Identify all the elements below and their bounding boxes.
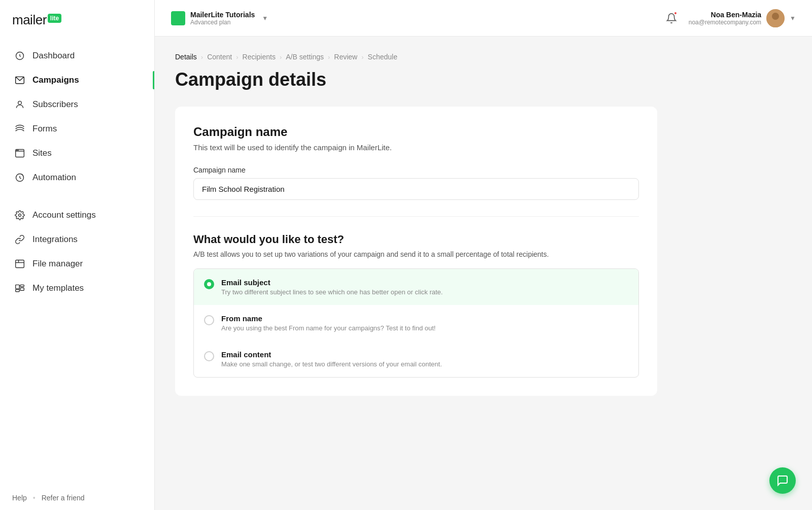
sidebar-item-label: My templates (32, 283, 84, 293)
sidebar-item-integrations[interactable]: Integrations (6, 228, 148, 251)
svg-point-2 (18, 101, 22, 105)
ab-test-options: Email subject Try two different subject … (193, 268, 639, 378)
templates-icon (14, 283, 25, 294)
ab-test-title: What would you like to test? (193, 233, 639, 246)
section-divider (193, 216, 639, 217)
campaign-name-title: Campaign name (193, 125, 639, 139)
ab-option-from-name[interactable]: From name Are you using the best From na… (194, 305, 638, 341)
breadcrumb-sep-5: › (361, 53, 363, 61)
campaign-name-section: Campaign name This text will be used to … (193, 125, 639, 200)
refer-link[interactable]: Refer a friend (42, 494, 85, 502)
forms-icon (14, 123, 25, 134)
sidebar: mailerlite Dashboard Campaigns Subscribe… (0, 0, 155, 510)
sidebar-item-my-templates[interactable]: My templates (6, 277, 148, 300)
svg-point-5 (18, 150, 18, 151)
automation-icon (14, 172, 25, 183)
workspace-name: MailerLite Tutorials (190, 11, 255, 19)
ab-option-from-name-desc: Are you using the best From name for you… (221, 324, 435, 332)
breadcrumb-sep-3: › (280, 53, 282, 61)
radio-btn-email-content (204, 351, 214, 361)
logo: mailerlite (12, 12, 142, 28)
page-title: Campaign details (175, 69, 792, 90)
separator: • (33, 494, 36, 502)
breadcrumb-content: Content (207, 53, 232, 61)
dashboard-icon (14, 50, 25, 61)
campaign-details-card: Campaign name This text will be used to … (175, 107, 657, 396)
user-email: noa@remotecompany.com (689, 19, 761, 26)
ab-option-from-name-title: From name (221, 314, 435, 323)
content-area: Details › Content › Recipients › A/B set… (155, 37, 812, 510)
campaign-name-description: This text will be used to identify the c… (193, 143, 639, 152)
campaign-name-input[interactable] (193, 178, 639, 200)
breadcrumb-review: Review (334, 53, 357, 61)
ab-option-email-subject[interactable]: Email subject Try two different subject … (194, 269, 638, 305)
sidebar-item-label: Dashboard (32, 51, 75, 61)
svg-rect-10 (20, 288, 24, 290)
sidebar-item-forms[interactable]: Forms (6, 117, 148, 141)
avatar (766, 9, 785, 27)
ab-option-email-subject-desc: Try two different subject lines to see w… (221, 288, 443, 296)
sidebar-item-file-manager[interactable]: File manager (6, 252, 148, 276)
breadcrumb-details: Details (175, 53, 197, 61)
svg-rect-11 (16, 290, 20, 292)
chat-button[interactable] (769, 467, 796, 494)
sidebar-item-label: File manager (32, 259, 83, 269)
notifications-button[interactable] (662, 9, 681, 27)
ab-option-email-content-desc: Make one small change, or test two diffe… (221, 360, 442, 368)
sidebar-item-label: Subscribers (32, 99, 78, 110)
svg-point-6 (19, 214, 21, 217)
breadcrumb-sep-1: › (201, 53, 203, 61)
campaigns-icon (14, 75, 25, 86)
settings-icon (14, 210, 25, 221)
svg-rect-7 (16, 260, 24, 268)
breadcrumb-recipients: Recipients (243, 53, 276, 61)
user-profile[interactable]: Noa Ben-Mazia noa@remotecompany.com ▼ (689, 9, 796, 27)
sidebar-item-label: Account settings (32, 210, 96, 220)
workspace-info: MailerLite Tutorials Advanced plan (190, 11, 255, 26)
subscribers-icon (14, 99, 25, 110)
radio-btn-email-subject (204, 279, 214, 289)
svg-point-13 (772, 13, 779, 20)
ab-option-email-subject-title: Email subject (221, 278, 443, 287)
ab-option-email-content-title: Email content (221, 350, 442, 359)
svg-rect-9 (20, 285, 24, 286)
sidebar-item-label: Campaigns (32, 75, 79, 85)
sidebar-item-sites[interactable]: Sites (6, 142, 148, 165)
nav-items: Dashboard Campaigns Subscribers Forms (0, 44, 154, 486)
topbar-left: MailerLite Tutorials Advanced plan ▼ (171, 11, 268, 26)
radio-btn-from-name (204, 315, 214, 325)
user-chevron-icon: ▼ (790, 15, 796, 22)
sidebar-item-label: Integrations (32, 234, 78, 245)
file-manager-icon (14, 258, 25, 269)
svg-point-4 (17, 150, 17, 151)
logo-text: mailer (12, 12, 47, 28)
user-name: Noa Ben-Mazia (689, 11, 761, 19)
logo-badge: lite (48, 14, 61, 23)
help-link[interactable]: Help (12, 494, 27, 502)
sidebar-item-subscribers[interactable]: Subscribers (6, 93, 148, 116)
sites-icon (14, 148, 25, 159)
campaign-name-label: Campaign name (193, 166, 639, 174)
breadcrumb-sep-4: › (328, 53, 330, 61)
main: MailerLite Tutorials Advanced plan ▼ Noa… (155, 0, 812, 510)
workspace-plan: Advanced plan (190, 19, 255, 26)
breadcrumb-ab-settings: A/B settings (286, 53, 324, 61)
sidebar-item-label: Sites (32, 148, 52, 158)
workspace-chevron-icon[interactable]: ▼ (262, 15, 268, 22)
ab-option-email-content[interactable]: Email content Make one small change, or … (194, 341, 638, 377)
svg-rect-8 (16, 285, 20, 289)
sidebar-item-automation[interactable]: Automation (6, 166, 148, 189)
topbar-right: Noa Ben-Mazia noa@remotecompany.com ▼ (662, 9, 796, 27)
topbar: MailerLite Tutorials Advanced plan ▼ Noa… (155, 0, 812, 37)
ab-test-description: A/B test allows you to set up two variat… (193, 250, 639, 258)
sidebar-item-account-settings[interactable]: Account settings (6, 203, 148, 227)
logo-area: mailerlite (0, 12, 154, 44)
ab-test-section: What would you like to test? A/B test al… (193, 233, 639, 378)
sidebar-item-dashboard[interactable]: Dashboard (6, 44, 148, 67)
breadcrumb-schedule: Schedule (368, 53, 397, 61)
sidebar-item-campaigns[interactable]: Campaigns (6, 69, 148, 92)
user-text: Noa Ben-Mazia noa@remotecompany.com (689, 11, 761, 26)
notification-dot (673, 11, 678, 15)
sidebar-item-label: Forms (32, 124, 57, 134)
breadcrumb-sep-2: › (236, 53, 238, 61)
